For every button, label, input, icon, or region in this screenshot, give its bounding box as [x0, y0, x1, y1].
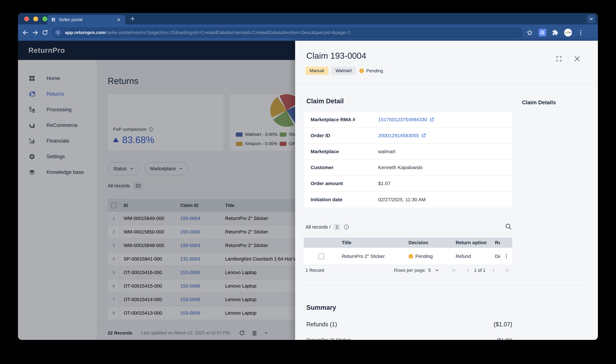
item-return-option: Refund — [456, 254, 495, 259]
drawer-records-bar: All records / 1 — [306, 223, 349, 231]
translate-icon[interactable]: G — [539, 29, 546, 36]
bookmark-star-icon[interactable] — [526, 29, 533, 36]
returnpro-favicon-icon: R — [52, 17, 55, 23]
col-header-return-option: Return option — [456, 240, 495, 245]
claim-items-table: Title Decision Return option Re ReturnPr… — [304, 238, 512, 265]
claim-details-rail-link[interactable]: Claim Details — [522, 99, 556, 105]
detail-value: $1.07 — [378, 181, 390, 186]
refunds-label: Refunds (1) — [306, 321, 337, 328]
tab-search-chevron-button[interactable] — [587, 15, 595, 23]
url-text: app.returnpro.com/seller-portal/returns?… — [65, 30, 351, 35]
window-controls — [24, 16, 47, 21]
zoom-window-button[interactable] — [42, 16, 47, 21]
row-checkbox[interactable] — [318, 253, 324, 259]
first-page-icon[interactable] — [451, 267, 456, 274]
previous-page-icon[interactable] — [465, 267, 470, 274]
claim-badges: Manual Walmart Pending — [305, 67, 383, 75]
col-header-decision: Decision — [409, 240, 456, 245]
divider — [304, 285, 589, 285]
drawer-records-count-badge: 1 — [334, 224, 340, 230]
tab-close-icon[interactable] — [116, 17, 121, 22]
divider — [568, 54, 568, 64]
rows-per-page-value[interactable]: 5 — [428, 267, 431, 274]
pending-status-dot — [409, 254, 413, 259]
detail-value: 02/27/2025, 11:30 AM — [378, 197, 426, 202]
browser-menu-kebab-icon[interactable] — [577, 29, 584, 36]
external-link-icon[interactable] — [429, 117, 434, 122]
items-pagination: 1 Record Rows per page: 5 1 of 1 — [295, 267, 598, 274]
page-indicator: 1 of 1 — [474, 267, 485, 274]
summary-item-label: ReturnPro 2" Sticker — [306, 337, 351, 340]
info-icon[interactable] — [343, 224, 349, 230]
item-row[interactable]: ReturnPro 2" Sticker Pending Refund De — [304, 248, 512, 265]
detail-label: Marketplace — [311, 149, 378, 154]
detail-row: Initiation date 02/27/2025, 11:30 AM — [304, 192, 512, 208]
detail-label: Order amount — [311, 181, 378, 186]
divider — [295, 83, 598, 83]
new-tab-button[interactable] — [130, 16, 136, 22]
tab-title: Seller portal — [59, 17, 116, 22]
detail-label: Initiation date — [311, 197, 378, 202]
toolbar-actions: G goTRG — [526, 29, 584, 37]
summary-item-row: ReturnPro 2" Sticker ($1.00) — [306, 337, 512, 340]
detail-value: 151750123754994330 — [378, 117, 434, 122]
detail-row: Order ID 200012914583055 — [304, 128, 512, 144]
claim-detail-heading: Claim Detail — [306, 97, 344, 105]
detail-label: Order ID — [311, 133, 378, 138]
close-window-button[interactable] — [24, 16, 29, 21]
next-page-icon[interactable] — [491, 267, 497, 274]
last-page-icon[interactable] — [504, 267, 509, 274]
profile-avatar[interactable]: goTRG — [564, 29, 572, 37]
drawer-actions — [556, 54, 581, 64]
record-count: 1 Record — [306, 267, 324, 274]
pending-status-dot — [359, 68, 364, 73]
claim-drawer: Claim 193-0004 Manual Walmart Pending Cl… — [295, 41, 598, 340]
summary-item-amount: ($1.00) — [497, 337, 512, 340]
site-info-icon[interactable] — [54, 29, 62, 36]
row-menu-kebab-icon[interactable] — [500, 248, 512, 265]
claim-title: Claim 193-0004 — [306, 51, 366, 61]
close-icon[interactable] — [574, 55, 581, 62]
rows-per-page-chevron-icon[interactable] — [435, 267, 439, 274]
url-path: /seller-portal/returns?pageSize=25&setti… — [106, 30, 351, 35]
extensions-puzzle-icon[interactable] — [552, 29, 559, 36]
detail-value: Kenneth Kapalowski — [378, 165, 423, 170]
detail-value: 200012914583055 — [378, 133, 426, 138]
refunds-summary-row: Refunds (1) ($1.07) — [306, 321, 512, 328]
manual-badge: Manual — [305, 67, 329, 75]
item-decision: Pending — [415, 254, 433, 259]
detail-row: Marketplace walmart — [304, 144, 512, 160]
browser-toolbar: app.returnpro.com/seller-portal/returns?… — [18, 25, 598, 41]
minimize-window-button[interactable] — [33, 16, 38, 21]
browser-tab[interactable]: R Seller portal — [47, 15, 125, 25]
detail-label: Customer — [311, 165, 378, 170]
search-icon[interactable] — [505, 223, 512, 230]
detail-row: Marketplace RMA # 151750123754994330 — [304, 112, 512, 128]
refunds-amount: ($1.07) — [494, 321, 512, 328]
rows-per-page-label: Rows per page: — [394, 267, 426, 274]
detail-row: Order amount $1.07 — [304, 176, 512, 192]
detail-value: walmart — [378, 149, 395, 154]
col-header-title: Title — [339, 240, 409, 245]
items-table-header: Title Decision Return option Re — [304, 238, 512, 248]
item-title: ReturnPro 2" Sticker — [339, 254, 409, 259]
claim-detail-card: Marketplace RMA # 151750123754994330 Ord… — [304, 112, 512, 208]
browser-tab-strip: R Seller portal — [18, 13, 598, 25]
url-domain: app.returnpro.com — [65, 30, 106, 35]
browser-window: R Seller portal app.returnpro.com/sel — [18, 13, 598, 340]
reload-button[interactable] — [40, 28, 50, 38]
address-bar[interactable]: app.returnpro.com/seller-portal/returns?… — [52, 27, 523, 38]
external-link-icon[interactable] — [421, 133, 426, 138]
item-truncated-cell: De — [495, 254, 500, 259]
summary-heading: Summary — [306, 304, 336, 311]
marketplace-badge: Walmart — [331, 67, 356, 75]
items-table-body: ReturnPro 2" Sticker Pending Refund De — [304, 248, 512, 265]
forward-button[interactable] — [30, 28, 40, 38]
status-label: Pending — [366, 68, 383, 74]
back-button[interactable] — [21, 28, 30, 38]
expand-fullscreen-icon[interactable] — [556, 56, 562, 62]
detail-row: Customer Kenneth Kapalowski — [304, 160, 512, 176]
detail-label: Marketplace RMA # — [311, 117, 378, 122]
col-header-truncated: Re — [495, 240, 500, 245]
